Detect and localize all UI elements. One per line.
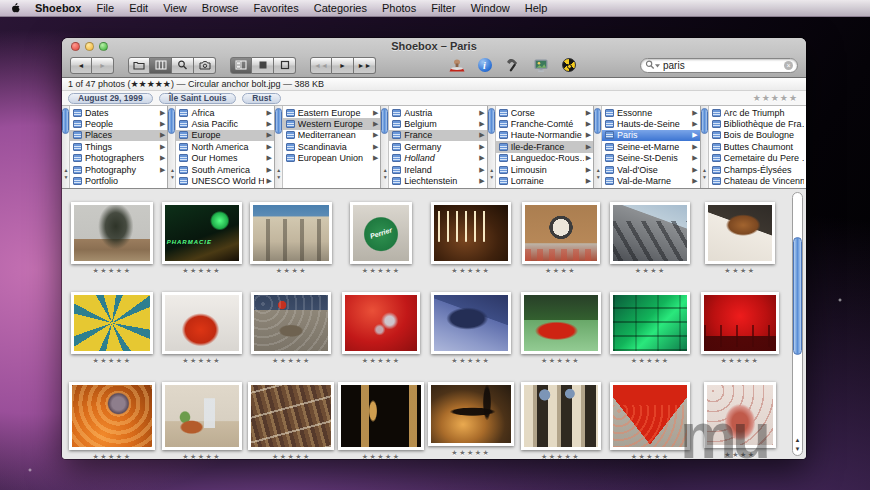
column-scrollbar[interactable]: ▲▼ [168,106,176,188]
tools-button[interactable] [504,57,521,73]
menu-item-window[interactable]: Window [471,2,510,14]
rating-stars[interactable]: ★★★★★ [753,93,798,103]
grid-view-segment[interactable] [252,57,274,74]
column-scroll-up-icon[interactable]: ▲ [168,167,176,174]
column-scroll-thumb[interactable] [488,108,495,134]
browser-item[interactable]: Bois de Boulogne [709,130,806,141]
stamp-button[interactable] [448,57,465,73]
photo-rating[interactable]: ★★★★★ [362,453,401,459]
tag-pill[interactable]: Rust [242,93,281,104]
column-scroll-thumb[interactable] [594,108,601,134]
column-scroll-down-icon[interactable]: ▼ [275,174,283,181]
column-scrollbar[interactable]: ▲▼ [381,106,389,188]
burn-button[interactable] [560,57,577,73]
photo-thumbnail-carousel-lights[interactable] [69,382,155,450]
rewind-button[interactable]: ◄◄ [310,57,332,74]
photo-rating[interactable]: ★★★★ [724,451,755,459]
browser-item[interactable]: North America▶ [176,141,273,152]
browser-item[interactable]: Belgium▶ [389,118,486,129]
photo-thumbnail-classical-building[interactable] [250,202,332,264]
photo-thumbnail-stone-columns[interactable] [521,382,601,450]
photo-rating[interactable]: ★★★★★ [362,357,401,365]
browser-item[interactable]: Limousin▶ [496,164,593,175]
search-input[interactable] [663,60,781,71]
apple-menu-icon[interactable] [10,2,21,14]
photo-rating[interactable]: ★★★★★ [541,453,580,459]
browser-item[interactable]: Bibliothèque de Fra… [709,118,806,129]
column-scroll-up-icon[interactable]: ▲ [275,167,283,174]
column-scroll-up-icon[interactable]: ▲ [488,167,496,174]
photo-thumbnail-bonsai-tree[interactable] [71,202,153,264]
browser-item[interactable]: Scandinavia▶ [283,141,380,152]
photo-thumbnail-yellow-starburst[interactable] [71,292,153,354]
columns-segment[interactable] [150,57,172,74]
photo-thumbnail-modern-sculpture[interactable] [610,202,690,264]
column-scroll-down-icon[interactable]: ▼ [701,174,709,181]
browser-item[interactable]: Africa▶ [176,107,273,118]
column-scroll-down-icon[interactable]: ▼ [62,174,70,181]
browser-item[interactable]: Eastern Europe▶ [283,107,380,118]
photo-thumbnail-crepe-in-paper[interactable] [705,202,775,264]
photo-rating[interactable]: ★★★★★ [631,453,670,459]
slideshow-button[interactable] [532,57,549,73]
photo-thumbnail-candles[interactable] [431,202,511,264]
column-scroll-down-icon[interactable]: ▼ [488,174,496,181]
browser-item[interactable]: Mediterranean▶ [283,130,380,141]
menu-item-photos[interactable]: Photos [382,2,416,14]
photo-thumbnail-green-brick-wall[interactable] [610,292,690,354]
scroll-down-icon[interactable]: ▼ [793,446,802,452]
browser-view-segment[interactable] [230,57,252,74]
browser-item[interactable]: Portfolio [70,175,167,186]
forward-button[interactable]: ► [92,57,114,74]
photo-rating[interactable]: ★★★★★ [451,357,490,365]
menu-item-favorites[interactable]: Favorites [254,2,299,14]
browser-item[interactable]: Languedoc-Rous…▶ [496,153,593,164]
photo-thumbnail-golden-statues[interactable] [338,382,424,450]
column-scroll-down-icon[interactable]: ▼ [168,174,176,181]
photo-rating[interactable]: ★★★★★ [362,267,401,275]
photo-thumbnail-tree-at-dusk[interactable] [428,382,514,446]
photo-rating[interactable]: ★★★★★ [451,449,490,457]
folder-segment[interactable] [128,57,150,74]
photo-thumbnail-perrier-sign[interactable]: Perrier [350,202,412,264]
browser-item[interactable]: Lorraine▶ [496,175,593,186]
vertical-scrollbar[interactable]: ▲ ▼ [792,192,803,456]
fast-forward-button[interactable]: ►► [354,57,376,74]
browser-item[interactable]: Europe▶ [176,130,273,141]
column-scrollbar[interactable]: ▲▼ [488,106,496,188]
photo-thumbnail-stacked-baguettes[interactable] [248,382,334,450]
browser-item[interactable]: Western Europe▶ [283,118,380,129]
browser-item[interactable]: Ireland▶ [389,164,486,175]
menu-item-view[interactable]: View [163,2,187,14]
browser-item[interactable]: Val-de-Marne▶ [602,175,699,186]
photo-thumbnail-red-eight-sculpture[interactable] [342,292,420,354]
browser-item[interactable]: People▶ [70,118,167,129]
column-scroll-up-icon[interactable]: ▲ [594,167,602,174]
browser-item[interactable]: Things▶ [70,141,167,152]
search-segment[interactable] [172,57,194,74]
photo-rating[interactable]: ★★★★ [545,267,576,275]
browser-item[interactable]: Liechtenstein▶ [389,175,486,186]
menu-item-file[interactable]: File [96,2,114,14]
menu-item-categories[interactable]: Categories [314,2,367,14]
tag-pill[interactable]: August 29, 1999 [68,93,153,104]
photo-thumbnail-red-car-show[interactable] [521,292,601,354]
column-scrollbar[interactable]: ▲▼ [275,106,283,188]
browser-item[interactable]: Corse▶ [496,107,593,118]
back-button[interactable]: ◄ [70,57,92,74]
camera-segment[interactable] [194,57,216,74]
photo-thumbnail-decorative-plate[interactable] [522,202,600,264]
photo-rating[interactable]: ★★★★★ [182,267,221,275]
photo-thumbnail-red-towels[interactable] [162,292,242,354]
browser-item[interactable]: Germany▶ [389,141,486,152]
photo-rating[interactable]: ★★★★★ [272,357,311,365]
column-scrollbar[interactable]: ▲▼ [62,106,70,188]
column-scrollbar[interactable]: ▲▼ [701,106,709,188]
browser-item[interactable]: Hauts-de-Seine▶ [602,118,699,129]
browser-item[interactable]: Franche-Comté▶ [496,118,593,129]
clear-search-icon[interactable]: × [784,61,793,70]
photo-rating[interactable]: ★★★★★ [93,453,132,459]
column-scroll-up-icon[interactable]: ▲ [381,167,389,174]
column-scroll-thumb[interactable] [701,108,708,134]
browser-item[interactable]: Asia Pacific▶ [176,118,273,129]
